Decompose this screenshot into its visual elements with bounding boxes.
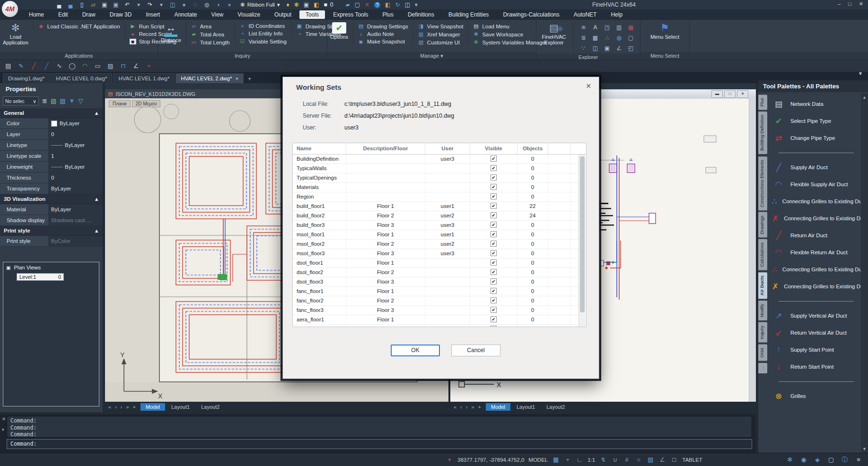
section-header[interactable]: Print style ▴: [0, 226, 103, 236]
palette-tool[interactable]: ∴ Connecting Grilles to Existing Duct: [769, 261, 860, 278]
table-row[interactable]: TypicalWalls ✔ 0: [293, 164, 586, 173]
visible-checkbox[interactable]: ✔: [491, 278, 497, 285]
table-row[interactable]: msol_floor1 Floor 1 user1 ✔ 0: [293, 230, 586, 240]
palette-tab[interactable]: Air Ducts: [758, 272, 767, 299]
refresh-icon[interactable]: ↻: [395, 1, 400, 8]
panel-label[interactable]: Manage ▾: [327, 52, 536, 60]
table-row[interactable]: fanc_floor3 Floor 3 ✔ 0: [293, 306, 586, 315]
customization-menu-icon[interactable]: ≡: [855, 456, 862, 463]
scroll-up-icon[interactable]: ▲: [862, 95, 867, 100]
child-close-button[interactable]: ✕: [737, 90, 748, 98]
column-header[interactable]: Visible: [470, 143, 517, 154]
table-row[interactable]: Region ✔ 0: [293, 192, 586, 202]
table-row[interactable]: fanc_floor1 Floor 1 ✔ 0: [293, 287, 586, 296]
sun-icon[interactable]: ✻: [294, 1, 299, 8]
ribbon-button[interactable]: ✻Save Workspace: [473, 31, 547, 37]
visible-checkbox[interactable]: ✔: [491, 165, 497, 171]
visible-checkbox[interactable]: ✔: [491, 259, 497, 266]
table-row[interactable]: aera_floor1 Floor 1 ✔ 0: [293, 315, 586, 325]
undo-icon[interactable]: ↶: [124, 1, 131, 8]
visible-checkbox[interactable]: ✔: [491, 269, 497, 275]
gear-icon[interactable]: ✻: [786, 456, 794, 463]
info-icon[interactable]: ⓘ: [841, 456, 849, 464]
sphere-shaded-icon[interactable]: ◍: [203, 1, 210, 8]
explorer-grid-icon[interactable]: ◫: [589, 43, 601, 53]
property-value[interactable]: ByLayer: [48, 204, 103, 215]
plan-views-level-item[interactable]: Level:1 0: [17, 273, 64, 281]
property-value[interactable]: 0: [48, 129, 103, 139]
ribbon-tab[interactable]: View: [205, 10, 229, 19]
palette-tab[interactable]: Inquiry: [758, 322, 767, 343]
close-button[interactable]: ✕: [859, 1, 863, 7]
property-value[interactable]: ByLayer: [48, 162, 103, 172]
sphere-wire-icon[interactable]: ◌: [192, 1, 199, 8]
layout-nav-icon[interactable]: +: [132, 404, 137, 410]
explorer-grid-icon[interactable]: ▣: [601, 43, 613, 53]
ribbon-tab[interactable]: Building Entities: [442, 10, 495, 19]
panel-label[interactable]: Applications: [0, 52, 158, 60]
minimize-button[interactable]: –: [838, 1, 841, 7]
column-header[interactable]: Description/Floor: [346, 143, 425, 154]
layout-tab[interactable]: Layout2: [541, 403, 570, 411]
workspace-switcher[interactable]: ✻ Ribbon Full ▾: [240, 1, 280, 8]
layout-nav-icon[interactable]: ›: [465, 404, 469, 410]
explorer-grid-icon[interactable]: ∵: [578, 43, 589, 53]
finehvac-explorer-button[interactable]: ▤◎ FineHVAC Explorer: [539, 21, 569, 45]
scroll-down-icon[interactable]: ▼: [862, 447, 867, 451]
file-tab[interactable]: HVAC LEVEL 1.dwg*×: [113, 73, 175, 83]
plus-tool-icon[interactable]: +: [145, 62, 152, 69]
sheet-set-icon[interactable]: ▰: [345, 1, 350, 8]
package-icon[interactable]: ◧: [385, 1, 390, 8]
layout-nav-icon[interactable]: »: [470, 404, 475, 410]
ribbon-tab[interactable]: Plus: [377, 10, 400, 19]
rect-tool-icon[interactable]: ▭: [94, 62, 101, 69]
ribbon-tab[interactable]: Drawings-Calculations: [497, 10, 565, 19]
hatch-tool-icon[interactable]: ▨: [107, 62, 114, 69]
palette-tool[interactable]: ╱ Return Air Duct: [769, 227, 860, 244]
palette-tool[interactable]: ⇄ Change Pipe Type: [769, 129, 860, 147]
render-sphere-icon[interactable]: ●: [181, 1, 187, 8]
coordinates-readout[interactable]: 38377.1797, -37894.4752,0: [457, 457, 524, 463]
pickadd-toggle-icon[interactable]: ▨: [60, 97, 65, 104]
circle-tool-icon[interactable]: ◯: [69, 62, 76, 69]
open-folder-icon[interactable]: ▱: [90, 1, 96, 8]
palette-tab[interactable]: Constructions Elements: [758, 156, 767, 210]
close-icon[interactable]: ×: [235, 76, 238, 81]
child-minimize-button[interactable]: ▬: [711, 90, 723, 98]
layout-tab[interactable]: Layout1: [511, 403, 540, 411]
layout-nav-icon[interactable]: ‹: [114, 404, 118, 410]
ribbon-button[interactable]: ◆Load Classic .NET Application: [38, 23, 120, 29]
visible-checkbox[interactable]: ✔: [491, 326, 497, 327]
palette-tab[interactable]: Building Definition: [758, 112, 767, 154]
visible-checkbox[interactable]: ✔: [491, 203, 497, 209]
palette-tab[interactable]: Modify: [758, 301, 767, 320]
table-row[interactable]: dsol_floor3 Floor 3 ✔ 0: [293, 277, 586, 287]
ribbon-tab[interactable]: Annotate: [168, 10, 203, 19]
ribbon-tab[interactable]: Edit: [52, 10, 74, 19]
palette-tool[interactable]: ▤ Network Data: [769, 95, 860, 112]
quick-select-icon[interactable]: ≣: [42, 97, 47, 104]
table-row[interactable]: TypicalOpenings ✔ 0: [293, 173, 586, 183]
palette-tool[interactable]: ↓ Return Start Point: [769, 358, 860, 375]
child-restore-button[interactable]: □: [724, 90, 736, 98]
visible-checkbox[interactable]: ✔: [491, 155, 497, 162]
diagonal-blue-tool-icon[interactable]: ╱: [43, 62, 50, 69]
menu-select-button[interactable]: ⚑ Menu Select: [650, 21, 680, 40]
arc-tool-icon[interactable]: ◠: [81, 62, 88, 69]
visible-checkbox[interactable]: ✔: [491, 241, 497, 247]
explorer-grid-icon[interactable]: ≋: [578, 22, 589, 33]
ribbon-button[interactable]: +ID Coordinates: [239, 23, 286, 29]
visible-checkbox[interactable]: ✔: [491, 250, 497, 256]
ribbon-button[interactable]: ▧Customize UI: [418, 39, 464, 45]
funnel-icon[interactable]: ▽: [78, 97, 83, 104]
column-header[interactable]: Name: [293, 143, 346, 154]
panel-label[interactable]: Menu Select: [640, 52, 689, 60]
table-row[interactable]: dsol_floor2 Floor 2 ✔ 0: [293, 268, 586, 277]
explorer-grid-icon[interactable]: ◳: [601, 22, 613, 33]
visible-checkbox[interactable]: ✔: [491, 193, 497, 199]
palette-tool[interactable]: [769, 295, 860, 307]
lamp-icon[interactable]: ♦: [287, 1, 289, 8]
layout-nav-icon[interactable]: +: [477, 404, 482, 410]
layout-nav-icon[interactable]: «: [453, 404, 457, 410]
ribbon-button[interactable]: ◔List Entity Info: [239, 31, 286, 36]
